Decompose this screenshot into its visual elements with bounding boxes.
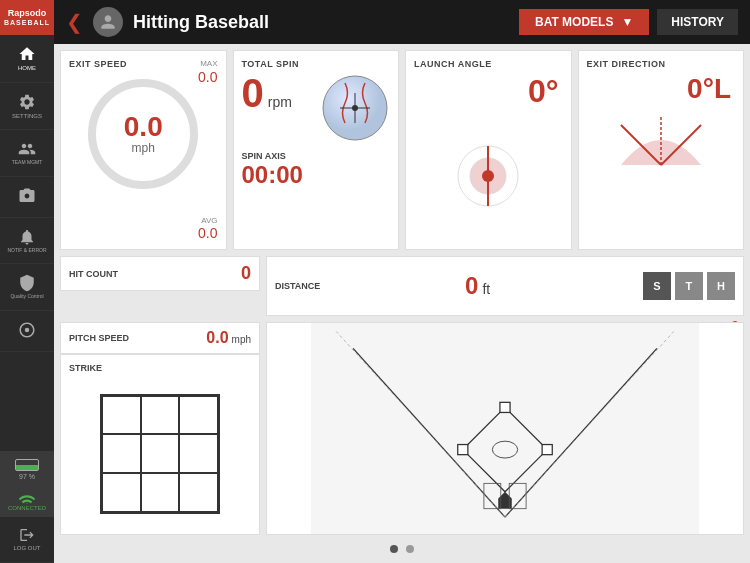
- exit-speed-label: EXIT SPEED: [69, 59, 218, 69]
- pagination-dot-1[interactable]: [390, 545, 398, 553]
- strike-grid: [100, 394, 220, 514]
- svg-point-4: [352, 105, 358, 111]
- sidebar: Rapsodo BASEBALL HOME SETTINGS TEAM MGMT…: [0, 0, 54, 563]
- pagination-dot-2[interactable]: [406, 545, 414, 553]
- pitch-speed-row: PITCH SPEED 0.0 mph: [60, 322, 260, 354]
- quality-icon: [18, 274, 36, 292]
- notification-icon: [18, 228, 36, 246]
- exit-direction-value: 0°L: [687, 73, 735, 104]
- total-spin-card: TOTAL SPIN 0 rpm: [233, 50, 400, 250]
- sidebar-item-quality[interactable]: Quality Control: [0, 264, 54, 311]
- view-buttons: S T H: [643, 272, 735, 300]
- sidebar-item-logout[interactable]: LOG OUT: [0, 517, 54, 563]
- bottom-left-panel: PITCH SPEED 0.0 mph STRIKE: [60, 322, 260, 535]
- pitch-speed-value: 0.0: [206, 329, 228, 347]
- launch-angle-value: 0°: [528, 73, 563, 109]
- back-chevron[interactable]: ❮: [66, 10, 83, 34]
- sidebar-item-team[interactable]: TEAM MGMT: [0, 130, 54, 177]
- distance-label: DISTANCE: [275, 281, 320, 291]
- pitch-speed-label: PITCH SPEED: [69, 333, 129, 343]
- sidebar-home-label: HOME: [18, 65, 36, 72]
- view-btn-t[interactable]: T: [675, 272, 703, 300]
- battery-fill: [16, 465, 38, 471]
- team-icon: [18, 140, 36, 158]
- sidebar-item-camera[interactable]: [0, 177, 54, 218]
- strike-cell-6: [179, 434, 218, 473]
- device-icon: [18, 321, 36, 339]
- strike-cell-3: [179, 396, 218, 435]
- speedometer: 0.0 mph: [88, 79, 198, 189]
- view-btn-s[interactable]: S: [643, 272, 671, 300]
- strike-zone-card: STRIKE: [60, 354, 260, 535]
- total-spin-label: TOTAL SPIN: [242, 59, 391, 69]
- sidebar-settings-label: SETTINGS: [12, 113, 42, 120]
- sidebar-notification-label: NOTIF & ERROR: [7, 248, 46, 254]
- strike-cell-4: [102, 434, 141, 473]
- bottom-row: PITCH SPEED 0.0 mph STRIKE: [60, 322, 744, 535]
- sidebar-item-notification[interactable]: NOTIF & ERROR: [0, 218, 54, 265]
- exit-direction-card: EXIT DIRECTION 0°L: [578, 50, 745, 250]
- exit-speed-max-label: MAX: [200, 59, 217, 68]
- sidebar-quality-label: Quality Control: [10, 294, 43, 300]
- hit-count-label: HIT COUNT: [69, 269, 118, 279]
- speedometer-container: 0.0 mph: [69, 79, 218, 189]
- launch-visual: [414, 110, 563, 241]
- exit-direction-visual: [587, 105, 736, 175]
- spin-value: 0: [242, 73, 264, 113]
- battery-indicator: 97 %: [0, 451, 54, 486]
- distance-unit: ft: [482, 281, 490, 297]
- content-area: EXIT SPEED MAX 0.0 0.0 mph AVG 0.0 TOTAL…: [54, 44, 750, 563]
- exit-speed-value: 0.0: [124, 113, 163, 141]
- field-diagram-card: [266, 322, 744, 535]
- distance-value-container: 0 ft: [465, 272, 490, 300]
- svg-rect-21: [500, 402, 510, 412]
- strike-cell-5: [141, 434, 180, 473]
- exit-direction-label: EXIT DIRECTION: [587, 59, 736, 69]
- spin-axis-section: SPIN AXIS 00:00: [242, 151, 391, 189]
- spin-axis-value: 00:00: [242, 161, 391, 189]
- logo-line2: BASEBALL: [4, 19, 50, 27]
- distance-value: 0: [465, 272, 478, 300]
- middle-row: HIT COUNT 0 DISTANCE 0 ft S T H: [60, 256, 744, 316]
- chevron-down-icon: ▼: [621, 15, 633, 29]
- exit-direction-svg: [611, 105, 711, 175]
- home-icon: [18, 45, 36, 63]
- strike-cell-8: [141, 473, 180, 512]
- hit-count-value: 0: [241, 263, 251, 284]
- pitch-speed-unit: mph: [232, 334, 251, 345]
- sidebar-item-settings[interactable]: SETTINGS: [0, 83, 54, 131]
- spin-unit: rpm: [268, 94, 292, 110]
- distance-row: DISTANCE 0 ft S T H: [266, 256, 744, 316]
- gear-icon: [18, 93, 36, 111]
- wifi-item: CONNECTED: [0, 486, 54, 517]
- view-btn-h[interactable]: H: [707, 272, 735, 300]
- sidebar-item-home[interactable]: HOME: [0, 35, 54, 83]
- battery-bar: [15, 459, 39, 471]
- logout-label: LOG OUT: [13, 545, 40, 552]
- battery-percent: 97 %: [19, 473, 35, 480]
- strike-cell-9: [179, 473, 218, 512]
- header: ❮ Hitting Baseball BAT MODELS ▼ HISTORY: [54, 0, 750, 44]
- launch-angle-label: LAUNCH ANGLE: [414, 59, 563, 69]
- wifi-icon: [18, 492, 36, 504]
- exit-direction-value-container: 0°L: [587, 73, 736, 105]
- spin-left: 0 rpm: [242, 73, 315, 113]
- spin-content: 0 rpm: [242, 73, 391, 147]
- ball-visual-container: [320, 73, 390, 147]
- history-button[interactable]: HISTORY: [657, 9, 738, 35]
- exit-speed-unit: mph: [132, 141, 155, 155]
- strike-label: STRIKE: [69, 363, 251, 373]
- strike-cell-7: [102, 473, 141, 512]
- strike-cell-1: [102, 396, 141, 435]
- app-logo: Rapsodo BASEBALL: [0, 0, 54, 35]
- field-diagram-svg: [267, 323, 743, 534]
- hit-count-row: HIT COUNT 0: [60, 256, 260, 291]
- metrics-row: EXIT SPEED MAX 0.0 0.0 mph AVG 0.0 TOTAL…: [60, 50, 744, 250]
- bat-models-button[interactable]: BAT MODELS ▼: [519, 9, 649, 35]
- sidebar-team-label: TEAM MGMT: [12, 160, 43, 166]
- exit-speed-card: EXIT SPEED MAX 0.0 0.0 mph AVG 0.0: [60, 50, 227, 250]
- wifi-label: CONNECTED: [4, 505, 50, 511]
- pagination: [60, 541, 744, 557]
- sidebar-item-device[interactable]: [0, 311, 54, 352]
- launch-angle-card: LAUNCH ANGLE 0°: [405, 50, 572, 250]
